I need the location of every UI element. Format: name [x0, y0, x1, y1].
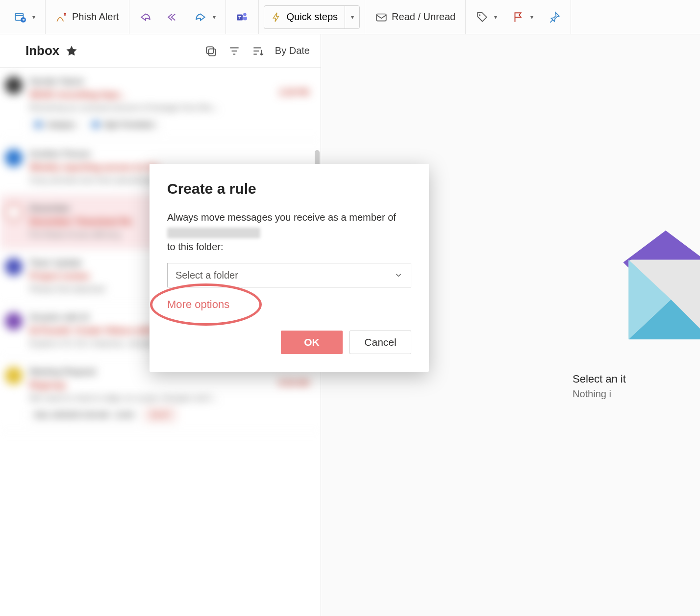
flag-button[interactable]: ▾: [507, 8, 538, 26]
teams-icon: T: [236, 11, 249, 24]
dialog-line2: to this folder:: [167, 241, 224, 252]
share-to-teams-button[interactable]: T: [231, 8, 253, 26]
select-mode-icon[interactable]: [204, 45, 217, 57]
svg-rect-5: [376, 14, 386, 21]
toolbar-group-phish: Phish Alert: [46, 0, 129, 34]
svg-rect-7: [206, 47, 213, 53]
star-icon[interactable]: [65, 45, 78, 57]
dialog-line1: Always move messages you receive as a me…: [167, 212, 396, 223]
dialog-description: Always move messages you receive as a me…: [167, 210, 411, 254]
toolbar-group-quicksteps: Quick steps ▾: [259, 0, 365, 34]
categorize-button[interactable]: ▾: [471, 8, 502, 26]
reply-all-icon: [167, 11, 179, 24]
quick-steps-label: Quick steps: [287, 11, 338, 23]
dialog-title: Create a rule: [167, 180, 411, 197]
reply-all-button[interactable]: [162, 8, 184, 26]
reading-pane-secondary-text: Nothing i: [573, 388, 700, 400]
svg-rect-8: [209, 49, 216, 55]
ok-button[interactable]: OK: [281, 331, 343, 354]
sort-label[interactable]: By Date: [275, 45, 310, 56]
forward-button[interactable]: ▾: [189, 8, 221, 26]
move-to-button[interactable]: ▾: [9, 8, 40, 26]
read-unread-button[interactable]: Read / Unread: [370, 8, 460, 26]
empty-envelope-illustration: [612, 231, 700, 358]
folder-select-placeholder: Select a folder: [175, 270, 238, 281]
svg-text:T: T: [238, 15, 241, 20]
toolbar-group-archive: ▾: [4, 0, 46, 34]
read-unread-label: Read / Unread: [392, 11, 455, 23]
more-options-link[interactable]: More options: [167, 298, 229, 311]
svg-point-6: [479, 14, 480, 16]
quick-steps-dropdown[interactable]: ▾: [345, 6, 359, 28]
toolbar-group-respond: ▾: [129, 0, 226, 34]
sort-icon[interactable]: [251, 45, 264, 57]
svg-point-4: [243, 13, 247, 16]
chevron-down-icon: ▾: [213, 14, 216, 21]
folder-title: Inbox: [25, 43, 59, 58]
cancel-button[interactable]: Cancel: [350, 331, 411, 354]
lightning-icon: [271, 12, 282, 23]
toolbar-group-teams: T: [226, 0, 259, 34]
chevron-down-icon: ▾: [530, 14, 533, 21]
chevron-down-icon: ▾: [32, 14, 35, 21]
message-item[interactable]: Sender Name HEAD recording Impr... 2:29 …: [0, 68, 321, 140]
folder-select[interactable]: Select a folder: [167, 263, 411, 287]
envelope-icon: [375, 11, 388, 24]
filter-icon[interactable]: [228, 45, 241, 57]
folder-move-icon: [14, 11, 26, 24]
toolbar-group-tag: ▾ ▾: [466, 0, 571, 34]
forward-icon: [194, 11, 207, 24]
phish-alert-button[interactable]: Phish Alert: [50, 8, 124, 26]
reply-icon: [139, 11, 152, 24]
toolbar-group-read: Read / Unread: [365, 0, 466, 34]
dialog-actions: OK Cancel: [167, 331, 411, 354]
tag-icon: [475, 11, 488, 24]
phish-alert-label: Phish Alert: [72, 11, 119, 23]
create-rule-dialog: Create a rule Always move messages you r…: [150, 164, 429, 372]
flag-icon: [512, 11, 525, 24]
pin-icon: [548, 11, 561, 24]
quick-steps-button[interactable]: Quick steps ▾: [264, 5, 360, 29]
message-list-header: Inbox By Date: [0, 34, 321, 68]
pin-button[interactable]: [543, 8, 566, 26]
phish-alert-icon: [55, 11, 68, 24]
reply-button[interactable]: [134, 8, 157, 26]
reading-pane-primary-text: Select an it: [573, 373, 700, 385]
chevron-down-icon: [394, 271, 403, 280]
chevron-down-icon: ▾: [494, 14, 497, 21]
ribbon-toolbar: ▾ Phish Alert ▾: [0, 0, 700, 34]
dialog-masked-group-name: [167, 228, 260, 238]
